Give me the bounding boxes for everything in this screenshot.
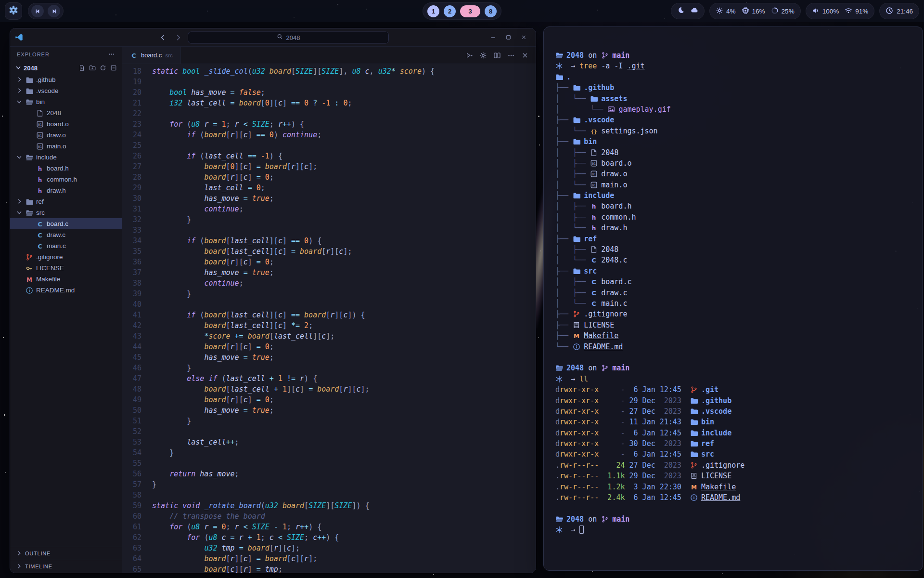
tree-item-.gitignore[interactable]: .gitignore xyxy=(10,251,122,263)
refresh-button[interactable] xyxy=(100,65,106,71)
terminal-text: .github xyxy=(584,83,614,92)
workspace-3[interactable]: 3 xyxy=(460,5,480,17)
folder-icon xyxy=(690,440,698,447)
run-button[interactable] xyxy=(465,52,473,59)
folder-icon xyxy=(573,138,580,145)
flake-icon xyxy=(555,526,563,534)
forward-button[interactable] xyxy=(172,32,184,43)
line-number: 31 xyxy=(122,204,152,214)
terminal-text: ├── xyxy=(555,267,573,276)
new-folder-button[interactable] xyxy=(89,65,96,71)
code-line: 62 for (u8 c = r + 1; c < SIZE; c++) { xyxy=(122,532,536,543)
tree-item-main.o[interactable]: 01main.o xyxy=(10,141,122,152)
workspace-8[interactable]: 8 xyxy=(485,5,497,17)
terminal-text: │ ├── xyxy=(555,202,590,210)
terminal-text: 2048.c xyxy=(601,256,627,264)
tree-item-board.c[interactable]: Cboard.c xyxy=(10,218,122,229)
terminal-text: board.h xyxy=(601,202,631,210)
terminal-text xyxy=(599,418,603,426)
titlebar-center: 2048 xyxy=(157,31,389,43)
code-line: 53 last_cell++; xyxy=(122,437,536,447)
project-root-label: 2048 xyxy=(24,65,38,72)
tree-item-LICENSE[interactable]: LICENSE xyxy=(10,263,122,274)
tree-item-main.c[interactable]: Cmain.c xyxy=(10,240,122,251)
vscode-titlebar: 2048 xyxy=(10,28,536,47)
run-settings-button[interactable] xyxy=(479,52,487,59)
tree-item-Makefile[interactable]: MMakefile xyxy=(10,274,122,285)
system-stats[interactable]: 4% 16% 25% xyxy=(709,3,801,19)
c-icon: C xyxy=(590,256,598,264)
new-file-button[interactable] xyxy=(78,65,85,71)
tree-item-src[interactable]: src xyxy=(10,207,122,218)
line-number: 43 xyxy=(122,331,152,342)
tree-item-include[interactable]: include xyxy=(10,152,122,163)
tree-item-ref[interactable]: ref xyxy=(10,196,122,207)
terminal-window[interactable]: 2048 on main → tree -a -I .git.├── .gith… xyxy=(543,26,923,571)
collapse-all-button[interactable] xyxy=(110,65,117,71)
tree-item-board.h[interactable]: hboard.h xyxy=(10,163,122,174)
chevron-right-icon xyxy=(16,76,23,83)
minimize-button[interactable] xyxy=(486,31,500,44)
close-button[interactable] xyxy=(516,31,531,44)
terminal-text: ref xyxy=(584,235,597,243)
terminal-text: bin xyxy=(701,418,714,426)
launcher-button[interactable] xyxy=(5,2,22,20)
tree-item-bin[interactable]: bin xyxy=(10,96,122,107)
folder-icon xyxy=(690,418,698,426)
svg-text:M: M xyxy=(691,484,697,490)
terminal-text: │ ├── xyxy=(555,170,590,178)
terminal-line xyxy=(555,352,911,363)
outline-panel[interactable]: OUTLINE xyxy=(10,547,122,560)
more-actions-button[interactable] xyxy=(507,52,515,59)
tree-item-2048[interactable]: 2048 xyxy=(10,107,122,118)
svg-text:01: 01 xyxy=(592,172,596,176)
line-number: 29 xyxy=(122,183,152,193)
search-box[interactable]: 2048 xyxy=(188,31,389,43)
folder-open-icon xyxy=(555,515,563,523)
terminal-text xyxy=(599,472,603,480)
terminal-text: src xyxy=(701,450,714,459)
split-editor-button[interactable] xyxy=(493,52,501,59)
tree-item-common.h[interactable]: hcommon.h xyxy=(10,174,122,185)
back-button[interactable] xyxy=(157,32,168,43)
project-root[interactable]: 2048 xyxy=(10,62,122,74)
maximize-button[interactable] xyxy=(501,31,515,44)
tree-item-.github[interactable]: .github xyxy=(10,74,122,85)
code-line: 49 board[r][c] = 0; xyxy=(122,394,536,405)
workspace-1[interactable]: 1 xyxy=(427,5,439,17)
tree-item-.vscode[interactable]: .vscode xyxy=(10,85,122,96)
tree-item-board.o[interactable]: 01board.o xyxy=(10,118,122,130)
terminal-line: drwxr-xr-x - 11 Jan 21:43 bin xyxy=(555,417,911,427)
weather-widget[interactable] xyxy=(671,3,705,19)
clock-widget[interactable]: 21:46 xyxy=(879,3,919,19)
terminal-line: │ └── {}settings.json xyxy=(555,126,911,136)
tree-item-draw.o[interactable]: 01draw.o xyxy=(10,130,122,141)
tree-item-label: board.h xyxy=(47,165,69,172)
vscode-logo-icon xyxy=(15,33,23,41)
git-icon xyxy=(26,253,33,261)
timeline-panel[interactable]: TIMELINE xyxy=(10,560,122,573)
audio-network-stats[interactable]: 100% 91% xyxy=(806,3,875,19)
tree-item-draw.c[interactable]: Cdraw.c xyxy=(10,229,122,240)
book-icon xyxy=(690,472,698,480)
terminal-line: ├── ref xyxy=(555,234,911,244)
workspace-2[interactable]: 2 xyxy=(444,5,456,17)
terminal-text: │ └── xyxy=(555,105,607,114)
tree-item-draw.h[interactable]: hdraw.h xyxy=(10,185,122,196)
terminal-text xyxy=(599,385,603,394)
explorer-more-icon[interactable] xyxy=(108,51,115,59)
terminal-text: - xyxy=(603,396,625,405)
tab-board-c[interactable]: C board.c src xyxy=(122,47,181,64)
line-number: 52 xyxy=(122,426,152,437)
terminal-text: rwxr-xr-x xyxy=(560,418,599,426)
media-prev-button[interactable] xyxy=(31,5,44,17)
close-editor-button[interactable] xyxy=(521,52,529,59)
tree-item-README.md[interactable]: README.md xyxy=(10,285,122,296)
terminal-text: .git xyxy=(627,62,644,70)
editor[interactable]: 18static bool _slide_col(u32 board[SIZE]… xyxy=(122,64,536,573)
code-line: 32 } xyxy=(122,214,536,225)
tree-item-label: .gitignore xyxy=(36,253,63,261)
media-next-button[interactable] xyxy=(48,5,60,17)
terminal-text: common.h xyxy=(601,213,636,222)
terminal-text: 27 Dec xyxy=(629,461,660,470)
